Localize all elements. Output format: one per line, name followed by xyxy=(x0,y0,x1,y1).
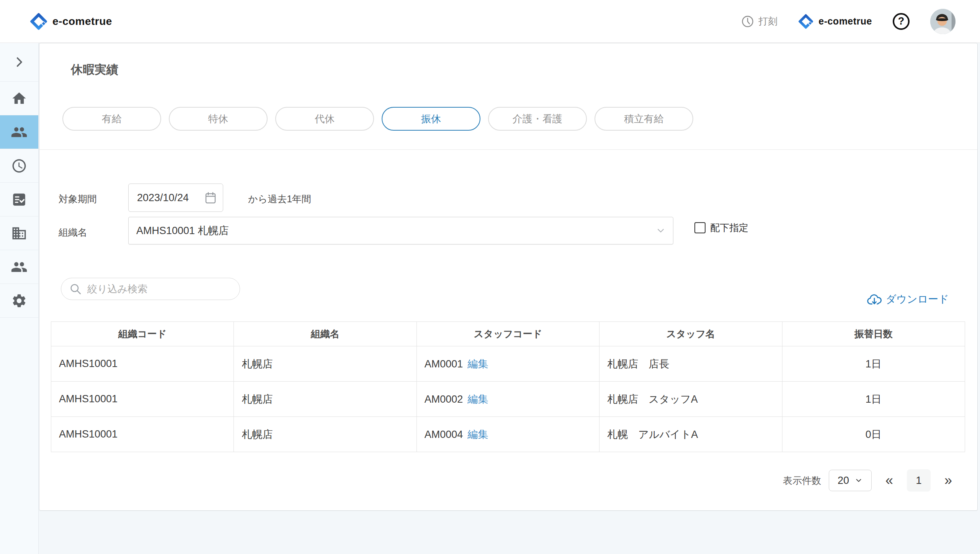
subordinate-checkbox-group[interactable]: 配下指定 xyxy=(694,221,748,234)
tab-substitute-leave[interactable]: 振休 xyxy=(382,107,480,131)
home-icon xyxy=(11,90,27,107)
sidebar-expand-button[interactable] xyxy=(0,43,38,82)
edit-link[interactable]: 編集 xyxy=(467,358,488,370)
per-page-label: 表示件数 xyxy=(783,474,821,487)
cell-staff-code: AM0004編集 xyxy=(416,417,599,452)
results-table: 組織コード 組織名 スタッフコード スタッフ名 振替日数 AMHS10001 札… xyxy=(51,321,965,452)
last-page-button[interactable]: » xyxy=(944,474,952,487)
clock-icon xyxy=(11,158,27,174)
search-input[interactable] xyxy=(87,283,232,295)
cell-staff-code: AM0002編集 xyxy=(416,382,599,417)
clock-icon xyxy=(741,15,755,28)
members-icon xyxy=(11,259,28,275)
cloud-download-icon xyxy=(867,292,882,306)
current-page[interactable]: 1 xyxy=(907,469,931,492)
sidebar-item-organization[interactable] xyxy=(0,216,38,250)
time-punch-label: 打刻 xyxy=(758,15,777,28)
brand-diamond-icon xyxy=(798,14,813,29)
organization-label: 組織名 xyxy=(59,226,87,239)
sidebar xyxy=(0,43,39,554)
leave-type-tabs: 有給 特休 代休 振休 介護・看護 積立有給 xyxy=(62,107,693,131)
table-header-row: 組織コード 組織名 スタッフコード スタッフ名 振替日数 xyxy=(51,322,965,346)
cell-org-code: AMHS10001 xyxy=(51,382,234,417)
staff-group-icon xyxy=(11,124,28,141)
organization-select[interactable]: AMHS10001 札幌店 xyxy=(128,217,673,244)
cell-days: 0日 xyxy=(782,417,965,452)
page-title: 休暇実績 xyxy=(71,62,118,78)
brand-diamond-icon xyxy=(30,13,47,30)
col-header-days: 振替日数 xyxy=(782,322,965,346)
calendar-icon[interactable] xyxy=(204,190,217,205)
sidebar-item-home[interactable] xyxy=(0,82,38,115)
tab-compensatory-leave[interactable]: 代休 xyxy=(275,107,374,131)
brand-logo[interactable]: e-cometrue xyxy=(30,13,112,30)
avatar[interactable] xyxy=(930,9,956,34)
per-page-value: 20 xyxy=(838,475,849,487)
help-icon: ? xyxy=(898,15,905,27)
topbar: e-cometrue 打刻 e- xyxy=(0,0,980,43)
subordinate-checkbox[interactable] xyxy=(694,222,706,233)
col-header-staff-code: スタッフコード xyxy=(416,322,599,346)
cell-staff-name: 札幌店 スタッフA xyxy=(599,382,782,417)
pagination: 表示件数 20 « 1 » xyxy=(783,469,952,492)
col-header-org-code: 組織コード xyxy=(51,322,234,346)
brand-logo-secondary[interactable]: e-cometrue xyxy=(798,14,872,29)
filter-search[interactable] xyxy=(61,278,240,300)
cell-staff-name: 札幌店 店長 xyxy=(599,346,782,382)
cell-staff-name: 札幌 アルバイトA xyxy=(599,417,782,452)
cell-staff-code: AM0001編集 xyxy=(416,346,599,382)
sidebar-item-members[interactable] xyxy=(0,250,38,284)
cell-org-name: 札幌店 xyxy=(234,382,416,417)
sidebar-item-checklist[interactable] xyxy=(0,183,38,216)
cell-org-code: AMHS10001 xyxy=(51,417,234,452)
staff-code-value: AM0004 xyxy=(425,429,463,440)
brand-wordmark: e-cometrue xyxy=(818,16,872,27)
cell-days: 1日 xyxy=(782,382,965,417)
brand-wordmark: e-cometrue xyxy=(52,15,112,28)
download-button[interactable]: ダウンロード xyxy=(867,291,949,308)
table-row: AMHS10001 札幌店 AM0002編集 札幌店 スタッフA 1日 xyxy=(51,382,965,417)
building-icon xyxy=(11,225,27,241)
download-label: ダウンロード xyxy=(886,292,949,306)
chevron-down-icon xyxy=(854,476,863,485)
tab-care-nursing[interactable]: 介護・看護 xyxy=(488,107,587,131)
table-row: AMHS10001 札幌店 AM0004編集 札幌 アルバイトA 0日 xyxy=(51,417,965,452)
sidebar-item-settings[interactable] xyxy=(0,284,38,318)
tab-paid-leave[interactable]: 有給 xyxy=(62,107,161,131)
topbar-actions: 打刻 e-cometrue ? xyxy=(741,9,956,34)
sidebar-item-time[interactable] xyxy=(0,149,38,183)
chevron-right-icon xyxy=(12,55,26,69)
period-label: 対象期間 xyxy=(59,193,97,205)
checklist-icon xyxy=(11,192,27,208)
cell-days: 1日 xyxy=(782,346,965,382)
chevron-down-icon xyxy=(655,225,666,236)
organization-select-value: AMHS10001 札幌店 xyxy=(136,224,229,238)
staff-code-value: AM0001 xyxy=(425,358,463,370)
col-header-org-name: 組織名 xyxy=(234,322,416,346)
time-punch-button[interactable]: 打刻 xyxy=(741,15,777,28)
sidebar-item-staff[interactable] xyxy=(0,115,38,149)
period-suffix-text: から過去1年間 xyxy=(248,193,311,205)
first-page-button[interactable]: « xyxy=(885,474,893,487)
col-header-staff-name: スタッフ名 xyxy=(599,322,782,346)
tab-special-leave[interactable]: 特休 xyxy=(169,107,268,131)
cell-org-name: 札幌店 xyxy=(234,346,416,382)
help-button[interactable]: ? xyxy=(893,13,910,30)
cell-org-code: AMHS10001 xyxy=(51,346,234,382)
settings-icon xyxy=(11,293,27,309)
section-divider xyxy=(39,149,977,150)
main-content: 休暇実績 有給 特休 代休 振休 介護・看護 積立有給 対象期間 から過去1年間… xyxy=(39,43,978,511)
date-input[interactable] xyxy=(136,192,199,204)
subordinate-checkbox-label: 配下指定 xyxy=(710,221,748,234)
table-row: AMHS10001 札幌店 AM0001編集 札幌店 店長 1日 xyxy=(51,346,965,382)
edit-link[interactable]: 編集 xyxy=(467,429,488,440)
tab-accumulated-paid-leave[interactable]: 積立有給 xyxy=(595,107,693,131)
search-icon xyxy=(69,282,82,295)
date-picker[interactable] xyxy=(128,184,223,212)
edit-link[interactable]: 編集 xyxy=(467,393,488,405)
staff-code-value: AM0002 xyxy=(425,393,463,405)
cell-org-name: 札幌店 xyxy=(234,417,416,452)
per-page-select[interactable]: 20 xyxy=(829,470,872,491)
